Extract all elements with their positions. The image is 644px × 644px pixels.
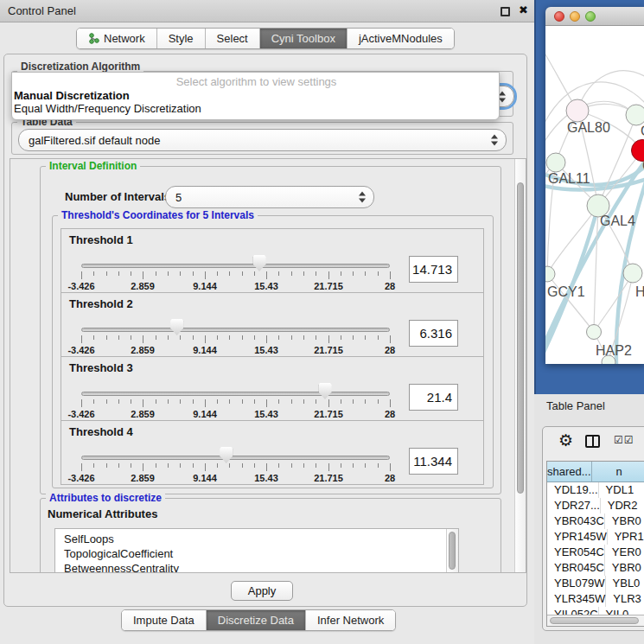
table-row[interactable]: YDL19...YDL1 xyxy=(547,482,644,498)
select-columns-icon[interactable]: ☑☑ xyxy=(614,434,634,446)
threshold-1-value-field[interactable] xyxy=(409,256,458,283)
combo-arrows-icon xyxy=(491,135,498,146)
tick-mark xyxy=(81,271,82,279)
settings-scrollbar[interactable] xyxy=(514,159,526,572)
node-attribute-table: shared... n YDL19...YDL1 YDR27...YDR2 YB… xyxy=(546,461,644,627)
tick-mark xyxy=(229,463,230,468)
screenshot-root: Control Panel ✖ Network Style Select Cyn… xyxy=(0,0,644,644)
tab-style[interactable]: Style xyxy=(157,29,206,48)
tick-mark xyxy=(81,335,82,343)
tick-mark xyxy=(168,399,169,404)
table-row[interactable]: YLR345WYLR3 xyxy=(547,591,644,607)
node-gal80[interactable] xyxy=(566,99,589,122)
tick-mark xyxy=(143,271,143,279)
list-item[interactable]: SelfLoops xyxy=(55,529,458,546)
slider-track[interactable] xyxy=(81,328,390,332)
tick-label: 2.859 xyxy=(117,345,169,355)
network-canvas[interactable]: GAL80 GA C GAL11 GAL4 GCY1 H HAP2 xyxy=(545,26,644,364)
numerical-attributes-list: SelfLoops TopologicalCoefficient Between… xyxy=(54,528,459,573)
zoom-traffic-light-icon[interactable] xyxy=(585,11,596,22)
apply-button[interactable]: Apply xyxy=(231,581,293,601)
node-hap2[interactable] xyxy=(587,325,602,340)
tick-mark xyxy=(180,463,181,468)
table-horizontal-scrollbar[interactable] xyxy=(547,615,644,626)
tick-mark xyxy=(378,271,379,276)
tick-mark xyxy=(254,399,255,404)
control-panel-titlebar: Control Panel ✖ xyxy=(0,0,534,22)
slider-thumb[interactable] xyxy=(319,383,332,399)
node-ga[interactable] xyxy=(626,105,644,125)
slider-track[interactable] xyxy=(81,392,390,396)
minimize-traffic-light-icon[interactable] xyxy=(570,11,580,22)
combo-arrows-icon xyxy=(359,192,366,203)
network-window-titlebar[interactable] xyxy=(545,7,644,26)
node-gal11[interactable] xyxy=(546,153,565,172)
node-label-gcy1: GCY1 xyxy=(547,284,585,299)
table-row[interactable]: YER054CYER0 xyxy=(547,545,644,560)
tick-mark xyxy=(316,271,316,276)
table-row[interactable]: YDR27...YDR2 xyxy=(547,498,644,513)
top-tab-bar: Network Style Select Cyni Toolbox jActiv… xyxy=(76,28,455,49)
threshold-3-value-field[interactable] xyxy=(409,384,458,411)
table-row[interactable]: YBR045CYBR0 xyxy=(547,560,644,576)
table-data-combo[interactable]: galFiltered.sif default node xyxy=(18,129,507,151)
node-label-gal11: GAL11 xyxy=(548,171,590,186)
node-gcy1[interactable] xyxy=(545,266,555,282)
tab-network[interactable]: Network xyxy=(77,29,157,48)
tick-mark xyxy=(254,271,255,276)
tick-mark xyxy=(217,399,218,404)
tick-mark xyxy=(303,271,304,276)
tick-label: 28 xyxy=(364,409,416,419)
tick-mark xyxy=(266,271,267,279)
tick-mark xyxy=(217,463,218,468)
threshold-2-value-field[interactable] xyxy=(409,320,458,347)
node-h[interactable] xyxy=(623,264,642,283)
table-row[interactable]: YBL079WYBL0 xyxy=(547,576,644,591)
number-of-intervals-combo[interactable]: 5 xyxy=(165,186,374,208)
popup-option-manual-discretization[interactable]: Manual Discretization xyxy=(12,89,499,102)
tick-mark xyxy=(106,399,107,404)
slider-thumb[interactable] xyxy=(253,255,266,271)
tick-mark xyxy=(242,271,243,276)
table-row[interactable]: YBR043CYBR0 xyxy=(547,513,644,529)
threshold-label: Threshold 2 xyxy=(69,297,133,310)
scrollbar-thumb[interactable] xyxy=(517,182,524,494)
split-columns-icon[interactable] xyxy=(585,435,600,448)
tab-select[interactable]: Select xyxy=(206,29,260,48)
tick-label: 15.43 xyxy=(240,281,292,291)
tick-mark xyxy=(106,335,107,340)
threshold-4-value-field[interactable] xyxy=(409,448,458,475)
list-item[interactable]: BetweennessCentrality xyxy=(55,561,458,573)
tick-mark xyxy=(229,335,230,340)
tab-infer-network[interactable]: Infer Network xyxy=(306,610,395,630)
slider-thumb[interactable] xyxy=(220,447,233,463)
popup-option-equal-width-frequency[interactable]: Equal Width/Frequency Discretization xyxy=(12,102,499,115)
tab-discretize-data[interactable]: Discretize Data xyxy=(207,610,306,630)
node-label-hap2: HAP2 xyxy=(596,343,632,358)
float-window-icon[interactable] xyxy=(501,7,510,16)
close-traffic-light-icon[interactable] xyxy=(554,11,564,22)
slider-track[interactable] xyxy=(81,264,390,268)
gear-icon[interactable]: ⚙ xyxy=(558,430,573,450)
tick-mark xyxy=(229,271,230,276)
table-row[interactable]: YPR145WYPR1 xyxy=(547,529,644,545)
slider-thumb[interactable] xyxy=(170,319,183,335)
tick-label: 9.144 xyxy=(179,409,231,419)
tab-impute-data[interactable]: Impute Data xyxy=(122,610,207,630)
tab-jactivemnodules[interactable]: jActiveMNodules xyxy=(348,29,454,48)
tick-mark xyxy=(193,463,194,468)
table-body: YDL19...YDL1 YDR27...YDR2 YBR043CYBR0 YP… xyxy=(547,482,644,616)
tab-cyni-toolbox[interactable]: Cyni Toolbox xyxy=(260,29,348,48)
close-icon[interactable]: ✖ xyxy=(519,3,528,16)
slider-track[interactable] xyxy=(81,456,390,460)
list-scrollbar[interactable] xyxy=(446,529,458,573)
tick-mark xyxy=(193,271,194,276)
tick-mark xyxy=(266,399,267,407)
list-item[interactable]: TopologicalCoefficient xyxy=(55,546,458,561)
column-header-shared-name[interactable]: shared... xyxy=(547,462,592,482)
tick-label: 21.715 xyxy=(303,345,354,355)
tick-mark xyxy=(365,399,366,404)
tick-label: -3.426 xyxy=(55,473,107,483)
column-header-name[interactable]: n xyxy=(592,462,644,482)
scrollbar-thumb[interactable] xyxy=(550,617,639,624)
